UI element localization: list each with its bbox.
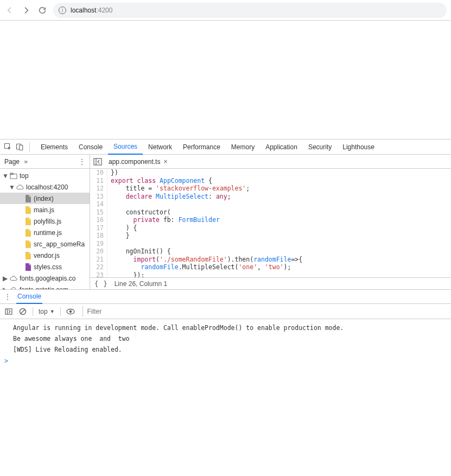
site-info-icon[interactable]: i — [59, 7, 66, 14]
tree-file-label: runtime.js — [34, 229, 62, 237]
console-context-label: top — [39, 308, 48, 315]
code-line[interactable]: ) { — [111, 224, 451, 232]
tree-file[interactable]: styles.css — [0, 261, 90, 272]
code-line[interactable]: } — [111, 232, 451, 240]
tree-origin-collapsed[interactable]: ▶fonts.gstatic.com — [0, 284, 90, 289]
code-line[interactable]: }) — [111, 169, 451, 177]
navigator-header: Page » ⋮ — [0, 155, 90, 169]
editor-filename: app.component.ts — [109, 158, 160, 166]
code-line[interactable]: private fb: FormBuilder — [111, 216, 451, 224]
console-message: Angular is running in development mode. … — [13, 322, 447, 333]
tree-file[interactable]: polyfills.js — [0, 215, 90, 227]
js-file-icon — [25, 240, 31, 248]
close-tab-icon[interactable]: × — [163, 158, 167, 166]
code-line[interactable]: }); — [111, 271, 451, 278]
code-line[interactable]: title = 'stackoverflow-examples'; — [111, 185, 451, 193]
code-line[interactable]: ngOnInit() { — [111, 247, 451, 256]
devtools-tabs: ElementsConsoleSourcesNetworkPerformance… — [35, 139, 380, 155]
device-toggle-icon[interactable] — [15, 143, 24, 151]
js-file-icon — [25, 229, 31, 237]
code-editor[interactable]: 10111213141516171819202122232425 })expor… — [90, 169, 451, 277]
tree-file-label: main.js — [34, 206, 54, 214]
devtools-tab-performance[interactable]: Performance — [177, 139, 226, 155]
tree-file-label: src_app_someRa — [34, 240, 85, 248]
pretty-print-icon[interactable]: { } — [94, 280, 108, 288]
console-filter-input[interactable] — [82, 306, 447, 317]
code-line[interactable]: export class AppComponent { — [111, 177, 451, 185]
devtools-tab-application[interactable]: Application — [260, 139, 303, 155]
svg-rect-3 — [10, 174, 17, 179]
navigator-more-icon[interactable]: ⋮ — [79, 158, 85, 166]
code-line[interactable] — [111, 240, 451, 248]
js-file-icon — [25, 252, 31, 259]
tree-file-label: vendor.js — [34, 252, 60, 259]
inspect-icon[interactable] — [3, 143, 12, 151]
console-output: Angular is running in development mode. … — [0, 319, 451, 356]
navigator-tab-label[interactable]: Page — [4, 158, 20, 166]
js-file-icon — [25, 206, 31, 214]
tree-file-label: styles.css — [34, 263, 62, 271]
code-line[interactable]: import('./someRandomFile').then(randomFi… — [111, 256, 451, 264]
sources-body: Page » ⋮ ▼ top ▼ localhost:4200 (index)m… — [0, 155, 451, 289]
svg-point-12 — [69, 310, 72, 313]
drawer-tab-console[interactable]: Console — [16, 290, 42, 304]
tree-file[interactable]: runtime.js — [0, 227, 90, 238]
doc-file-icon — [25, 195, 31, 202]
console-sidebar-toggle-icon[interactable] — [4, 307, 13, 316]
tree-top[interactable]: ▼ top — [0, 170, 90, 181]
devtools-tab-network[interactable]: Network — [143, 139, 177, 155]
back-button[interactable] — [4, 5, 15, 16]
navigator-overflow[interactable]: » — [24, 158, 28, 166]
tree-origin-collapsed[interactable]: ▶fonts.googleapis.co — [0, 272, 90, 284]
devtools-tab-console[interactable]: Console — [73, 139, 108, 155]
reload-button[interactable] — [37, 5, 48, 16]
sources-navigator: Page » ⋮ ▼ top ▼ localhost:4200 (index)m… — [0, 155, 90, 289]
js-file-icon — [25, 218, 31, 225]
tree-file-label: polyfills.js — [34, 218, 61, 225]
devtools-tab-memory[interactable]: Memory — [226, 139, 260, 155]
url-host: localhost — [71, 7, 96, 14]
tree-origin[interactable]: ▼ localhost:4200 — [0, 181, 90, 193]
tree-file[interactable]: main.js — [0, 204, 90, 215]
editor-status-bar: { } Line 26, Column 1 — [90, 277, 451, 289]
cloud-icon — [10, 275, 17, 282]
tree-file[interactable]: (index) — [0, 193, 90, 204]
devtools-tab-lighthouse[interactable]: Lighthouse — [337, 139, 380, 155]
line-gutter: 10111213141516171819202122232425 — [90, 169, 107, 277]
code-line[interactable]: constructor( — [111, 208, 451, 217]
toggle-navigator-icon[interactable] — [93, 158, 102, 166]
console-prompt[interactable]: > — [0, 356, 451, 368]
cursor-position: Line 26, Column 1 — [115, 280, 167, 288]
address-bar[interactable]: i localhost:4200 — [53, 3, 447, 18]
code-line[interactable] — [111, 200, 451, 208]
tree-top-label: top — [20, 172, 29, 180]
tree-file[interactable]: vendor.js — [0, 250, 90, 261]
page-content-blank — [0, 21, 451, 139]
drawer-more-icon[interactable]: ⋮ — [4, 293, 11, 301]
clear-console-icon[interactable] — [18, 307, 27, 316]
code-area[interactable]: })export class AppComponent { title = 's… — [107, 169, 451, 277]
code-line[interactable]: randomFile.MultipleSelect('one', 'two'); — [111, 263, 451, 271]
console-drawer: ⋮ Console top ▼ Angular is running in de… — [0, 289, 451, 368]
forward-button[interactable] — [21, 5, 31, 16]
devtools-tab-security[interactable]: Security — [303, 139, 337, 155]
url-port: :4200 — [96, 7, 112, 14]
tree-origin-label: fonts.googleapis.co — [20, 275, 75, 282]
devtools-tab-elements[interactable]: Elements — [35, 139, 73, 155]
tree-file[interactable]: src_app_someRa — [0, 238, 90, 250]
console-toolbar: top ▼ — [0, 304, 451, 319]
tree-origin-label: localhost:4200 — [26, 183, 68, 191]
console-context-selector[interactable]: top ▼ — [39, 308, 55, 315]
css-file-icon — [25, 263, 31, 271]
console-prompt-symbol: > — [4, 357, 8, 365]
svg-rect-4 — [10, 173, 13, 174]
tree-file-label: (index) — [34, 195, 54, 202]
svg-line-10 — [21, 309, 25, 314]
console-message: Be awesome always one and two — [13, 333, 447, 344]
live-expression-icon[interactable] — [66, 307, 75, 316]
browser-toolbar: i localhost:4200 — [0, 0, 451, 21]
devtools-panel: ElementsConsoleSourcesNetworkPerformance… — [0, 139, 451, 368]
devtools-tab-sources[interactable]: Sources — [108, 139, 143, 155]
code-line[interactable]: declare MultipleSelect: any; — [111, 193, 451, 201]
editor-file-tab[interactable]: app.component.ts × — [106, 155, 169, 169]
